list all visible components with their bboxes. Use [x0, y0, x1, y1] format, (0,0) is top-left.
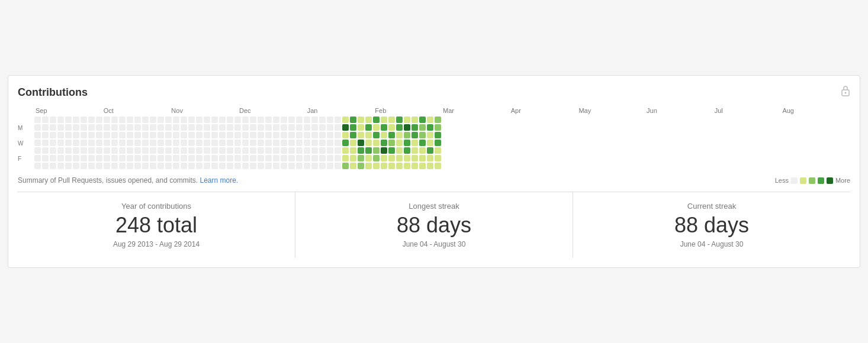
contributions-panel: Contributions SepOctNovDecJanFebMarAprMa…: [8, 75, 860, 268]
day-cell: [335, 132, 341, 138]
day-cell: [88, 163, 95, 169]
day-cell: [227, 155, 233, 161]
day-cell: [111, 132, 118, 138]
day-cell: [388, 124, 395, 131]
week-col: [365, 117, 372, 170]
day-cell: [81, 147, 87, 154]
day-cell: [288, 132, 295, 138]
day-cell: [373, 147, 380, 154]
day-cell: [419, 163, 426, 169]
day-cell: [96, 155, 102, 161]
day-cell: [404, 155, 410, 161]
day-cell: [204, 132, 210, 138]
learn-more-link[interactable]: Learn more.: [200, 176, 238, 185]
month-label: Aug: [782, 107, 850, 114]
month-label: Jan: [307, 107, 375, 114]
day-cell: [96, 132, 102, 138]
day-cell: [288, 155, 295, 161]
day-cell: [142, 117, 149, 123]
week-col: [350, 117, 356, 170]
day-cell: [157, 132, 164, 138]
calendar-footer: Summary of Pull Requests, issues opened,…: [18, 176, 850, 185]
day-cell: [196, 155, 202, 161]
day-cell: [335, 147, 341, 154]
day-cell: [96, 124, 102, 131]
week-col: [304, 117, 310, 170]
day-cell: [227, 124, 233, 131]
day-cell: [204, 140, 210, 146]
day-cell: [358, 147, 364, 154]
week-col: [419, 117, 426, 170]
day-cell: [119, 132, 126, 138]
day-cell: [65, 132, 72, 138]
day-cell: [181, 155, 187, 161]
day-cell: [181, 163, 187, 169]
day-cell: [211, 147, 218, 154]
day-cell: [373, 124, 380, 131]
day-cell: [181, 124, 187, 131]
day-cell: [412, 132, 418, 138]
stat-item: Longest streak88 daysJune 04 - August 30: [295, 192, 573, 258]
day-cell: [211, 132, 218, 138]
contributions-title: Contributions: [18, 86, 88, 99]
day-cell: [242, 155, 249, 161]
day-cell: [304, 163, 310, 169]
day-cell: [381, 163, 387, 169]
day-cell: [265, 140, 272, 146]
week-col: [404, 117, 410, 170]
day-cell: [435, 163, 441, 169]
day-cell: [427, 163, 433, 169]
day-cell: [119, 155, 126, 161]
day-cell: [204, 147, 210, 154]
week-col: [65, 117, 72, 170]
day-cell: [350, 124, 356, 131]
day-cell: [296, 155, 303, 161]
day-cell: [127, 117, 133, 123]
stat-label: Longest streak: [305, 202, 563, 211]
day-cell: [427, 140, 433, 146]
week-col: [81, 117, 87, 170]
day-cell: [396, 124, 403, 131]
day-cell: [150, 155, 156, 161]
day-cell: [304, 140, 310, 146]
day-cell: [273, 155, 279, 161]
day-cell: [81, 124, 87, 131]
day-cell: [188, 132, 195, 138]
day-cell: [281, 140, 287, 146]
day-cell: [327, 163, 333, 169]
day-cell: [134, 155, 141, 161]
day-cell: [150, 140, 156, 146]
day-cell: [57, 140, 64, 146]
svg-point-1: [845, 92, 847, 94]
day-cell: [57, 132, 64, 138]
day-cell: [435, 124, 441, 131]
stat-item: Year of contributions248 totalAug 29 201…: [18, 192, 295, 258]
week-col: [250, 117, 256, 170]
day-cell: [296, 117, 303, 123]
day-cell: [234, 163, 241, 169]
day-cell: [204, 124, 210, 131]
week-col: [412, 117, 418, 170]
day-cell: [219, 132, 226, 138]
day-cell: [111, 124, 118, 131]
day-cell: [250, 140, 256, 146]
day-cell: [165, 140, 172, 146]
day-cell: [104, 140, 110, 146]
day-cell: [50, 124, 56, 131]
day-cell: [388, 155, 395, 161]
day-cell: [96, 147, 102, 154]
day-cell: [350, 117, 356, 123]
day-cell: [150, 147, 156, 154]
day-cell: [273, 163, 279, 169]
day-cell: [250, 132, 256, 138]
day-cell: [388, 132, 395, 138]
day-cell: [381, 132, 387, 138]
day-cell: [181, 147, 187, 154]
legend-cell-3: [818, 177, 824, 184]
day-cell: [396, 140, 403, 146]
day-cell: [373, 132, 380, 138]
day-cell: [219, 117, 226, 123]
day-cell: [435, 132, 441, 138]
week-col: [134, 117, 141, 170]
day-cell: [281, 117, 287, 123]
